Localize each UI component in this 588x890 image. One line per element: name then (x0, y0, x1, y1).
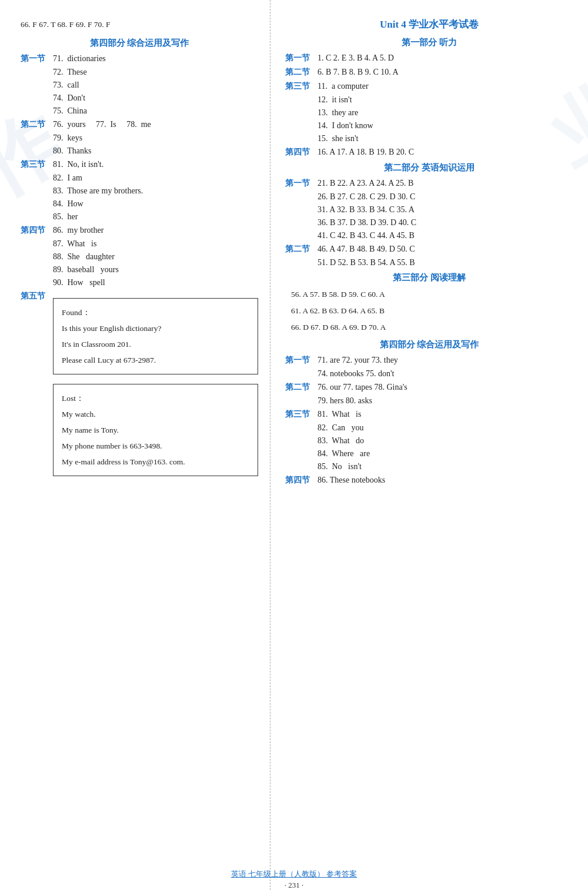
item89-row: 89. baseball yours (53, 265, 258, 275)
item90: 90. How spell (53, 278, 105, 287)
item75: 75. China (53, 106, 87, 116)
r-p4s4: 86. These notebooks (318, 476, 385, 485)
r-item85-row: 85. No isn't (318, 462, 573, 471)
r-item81: 81. What is (318, 410, 361, 419)
r-item13-row: 13. they are (318, 108, 573, 118)
item89: 89. baseball yours (53, 265, 119, 275)
found-line3: Please call Lucy at 673-2987. (62, 352, 249, 368)
r-part4-s1-row2: 74. notebooks 75. don't (318, 369, 573, 379)
item72: 72. These (53, 68, 87, 77)
r-section1-label: 第一节 (285, 53, 318, 63)
r-part2-s1-row5: 41. C 42. B 43. C 44. A 45. B (318, 231, 573, 240)
item87-row: 87. What is (53, 239, 258, 249)
r-part1-s1: 1. C 2. E 3. B 4. A 5. D (318, 53, 394, 63)
r-p2s2l1: 46. A 47. B 48. B 49. D 50. C (318, 245, 415, 254)
r-p2s1l1: 21. B 22. A 23. A 24. A 25. B (318, 179, 413, 188)
item82: 82. I am (53, 173, 82, 183)
left-column: 66. F 67. T 68. F 69. F 70. F 第四部分 综合运用及… (0, 0, 270, 890)
lost-line4: My e-mail address is Tony@163. com. (62, 454, 249, 470)
r-part4-s4-row: 第四节 86. These notebooks (285, 475, 573, 486)
item85-row: 85. her (53, 212, 258, 222)
r-part4-s3-row: 第三节 81. What is (285, 409, 573, 420)
r-item82: 82. Can you (318, 423, 364, 433)
found-title: Found： (62, 305, 249, 320)
section4-label: 第四节 (21, 225, 53, 236)
lost-line3: My phone number is 663-3498. (62, 438, 249, 454)
r-part2-s2-row2: 51. D 52. B 53. B 54. A 55. B (318, 258, 573, 267)
part4-heading-right: 第四部分 综合运用及写作 (285, 339, 573, 350)
item88-row: 88. She daughter (53, 252, 258, 262)
r-section1-label2: 第一节 (285, 178, 318, 189)
found-line1: Is this your English dictionary? (62, 320, 249, 336)
item88: 88. She daughter (53, 252, 115, 262)
r-item84: 84. Where are (318, 449, 370, 459)
r-part2-s1-row4: 36. B 37. D 38. D 39. D 40. C (318, 218, 573, 227)
item79: 79. keys (53, 133, 82, 143)
item85: 85. her (53, 212, 78, 222)
r-p4s1l1: 71. are 72. your 73. they (318, 356, 398, 365)
footer-text: 英语 七年级上册（人教版） 参考答案 (0, 869, 588, 879)
r-section1-label3: 第一节 (285, 355, 318, 366)
item83: 83. Those are my brothers. (53, 186, 143, 196)
page-number: · 231 · (0, 881, 588, 890)
r-p2s2l2: 51. D 52. B 53. B 54. A 55. B (318, 258, 415, 267)
section1-label: 第一节 (21, 53, 53, 64)
section1-row: 第一节 71. dictionaries (21, 53, 258, 64)
r-p2s1l3: 31. A 32. B 33. B 34. C 35. A (318, 205, 415, 215)
item71: 71. dictionaries (53, 54, 106, 63)
r-part4-s2-row1: 第二节 76. our 77. tapes 78. Gina's (285, 382, 573, 393)
item73-row: 73. call (53, 81, 258, 90)
item84-row: 84. How (53, 199, 258, 209)
part1-heading: 第一部分 听力 (285, 37, 573, 48)
item73: 73. call (53, 81, 79, 90)
r-section2-label: 第二节 (285, 67, 318, 78)
r-part4-s1-row1: 第一节 71. are 72. your 73. they (285, 355, 573, 366)
item83-row: 83. Those are my brothers. (53, 186, 258, 196)
r-section3-row: 第三节 11. a computer (285, 81, 573, 92)
r-p4s1l2: 74. notebooks 75. don't (318, 369, 394, 379)
r-section3-label3: 第三节 (285, 409, 318, 420)
part2-heading: 第二部分 英语知识运用 (285, 162, 573, 173)
r-p2s1l4: 36. B 37. D 38. D 39. D 40. C (318, 218, 416, 227)
r-section2-label3: 第二节 (285, 382, 318, 393)
r-section3-label: 第三节 (285, 81, 318, 92)
part3-heading: 第三部分 阅读理解 (285, 272, 573, 283)
item90-row: 90. How spell (53, 278, 258, 287)
r-section4-label: 第四节 (285, 147, 318, 158)
section2-label: 第二节 (21, 119, 53, 130)
item87: 87. What is (53, 239, 96, 249)
r-item11: 11. a computer (318, 82, 369, 91)
r-item15: 15. she isn't (318, 134, 358, 143)
r-item84-row: 84. Where are (318, 449, 573, 459)
r-part2-s1-row1: 第一节 21. B 22. A 23. A 24. A 25. B (285, 178, 573, 189)
top-answers: 66. F 67. T 68. F 69. F 70. F (21, 18, 258, 32)
item72-row: 72. These (53, 68, 258, 77)
item75-row: 75. China (53, 106, 258, 116)
r-part4-s2-row2: 79. hers 80. asks (318, 396, 573, 406)
r-part2-s2-row1: 第二节 46. A 47. B 48. B 49. D 50. C (285, 244, 573, 255)
r-section1-row: 第一节 1. C 2. E 3. B 4. A 5. D (285, 53, 573, 63)
r-item83-row: 83. What do (318, 436, 573, 446)
r-section4-label3: 第四节 (285, 475, 318, 486)
lost-title: Lost： (62, 390, 249, 406)
r-item82-row: 82. Can you (318, 423, 573, 433)
lost-line2: My name is Tony. (62, 422, 249, 438)
section3-label: 第三节 (21, 159, 53, 170)
item76: 76. yours 77. Is 78. me (53, 120, 151, 129)
r-part2-s1-row2: 26. B 27. C 28. C 29. D 30. C (318, 192, 573, 202)
unit-title: Unit 4 学业水平考试卷 (285, 18, 573, 31)
part4-heading-left: 第四部分 综合运用及写作 (21, 38, 258, 49)
r-p3l3: 66. D 67. D 68. A 69. D 70. A (291, 321, 573, 334)
r-p4s2l1: 76. our 77. tapes 78. Gina's (318, 383, 407, 392)
r-section2-label2: 第二节 (285, 244, 318, 255)
lost-line1: My watch. (62, 406, 249, 422)
page: 作 业 66. F 67. T 68. F 69. F 70. F 第四部分 综… (0, 0, 588, 890)
r-p3l2: 61. A 62. B 63. D 64. A 65. B (291, 305, 573, 318)
right-column: Unit 4 学业水平考试卷 第一部分 听力 第一节 1. C 2. E 3. … (270, 0, 588, 890)
r-section4-row: 第四节 16. A 17. A 18. B 19. B 20. C (285, 147, 573, 158)
section5-label: 第五节 (21, 291, 53, 302)
found-box: Found： Is this your English dictionary? … (53, 298, 258, 374)
r-part1-s2: 6. B 7. B 8. B 9. C 10. A (318, 68, 399, 77)
lost-box: Lost： My watch. My name is Tony. My phon… (53, 384, 258, 476)
r-item15-row: 15. she isn't (318, 134, 573, 143)
